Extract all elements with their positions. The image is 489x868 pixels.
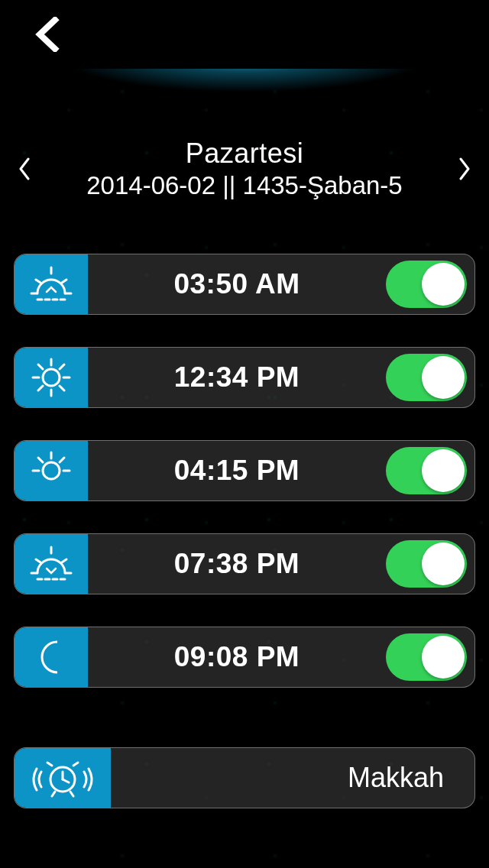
prayer-icon-box bbox=[15, 534, 88, 594]
toggle-knob bbox=[422, 263, 465, 306]
adhan-sound-label: Makkah bbox=[111, 762, 474, 794]
svg-point-6 bbox=[43, 369, 60, 386]
next-day-button[interactable] bbox=[452, 154, 475, 184]
prayer-time: 03:50 AM bbox=[88, 268, 386, 300]
sunrise-icon bbox=[30, 263, 73, 306]
prayer-toggle[interactable] bbox=[386, 633, 467, 681]
toggle-knob bbox=[422, 356, 465, 399]
toggle-knob bbox=[422, 636, 465, 679]
day-of-week: Pazartesi bbox=[86, 138, 402, 170]
prayer-rows: 03:50 AM 12:34 PM bbox=[0, 254, 489, 808]
prayer-icon-box bbox=[15, 254, 88, 314]
svg-line-30 bbox=[52, 792, 55, 796]
adhan-sound-row[interactable]: Makkah bbox=[14, 747, 475, 808]
prayer-toggle[interactable] bbox=[386, 261, 467, 308]
svg-line-18 bbox=[38, 458, 43, 462]
svg-point-15 bbox=[43, 462, 60, 479]
prayer-time: 09:08 PM bbox=[88, 641, 386, 673]
prayer-time: 12:34 PM bbox=[88, 361, 386, 394]
back-button[interactable] bbox=[31, 17, 66, 52]
prayer-row: 12:34 PM bbox=[14, 347, 475, 408]
sunset-icon bbox=[30, 542, 73, 585]
prayer-row: 04:15 PM bbox=[14, 440, 475, 501]
chevron-left-icon bbox=[31, 17, 66, 52]
prayer-icon-box bbox=[15, 441, 88, 500]
prayer-time: 04:15 PM bbox=[88, 455, 386, 487]
svg-line-19 bbox=[60, 458, 64, 462]
chevron-left-icon bbox=[18, 157, 32, 180]
alarm-clock-icon bbox=[32, 756, 93, 799]
prayer-time: 07:38 PM bbox=[88, 548, 386, 580]
adhan-icon-box bbox=[15, 748, 111, 808]
prayer-toggle[interactable] bbox=[386, 354, 467, 401]
prayer-icon-box bbox=[15, 348, 88, 407]
svg-line-31 bbox=[70, 792, 73, 796]
svg-line-12 bbox=[60, 386, 64, 390]
date-header: Pazartesi 2014-06-02 || 1435-Şaban-5 bbox=[0, 138, 489, 200]
date-text: Pazartesi 2014-06-02 || 1435-Şaban-5 bbox=[86, 138, 402, 200]
prayer-row: 07:38 PM bbox=[14, 533, 475, 594]
toggle-knob bbox=[422, 449, 465, 492]
svg-line-29 bbox=[63, 779, 69, 782]
moon-icon bbox=[30, 636, 73, 679]
sun-partial-icon bbox=[30, 449, 73, 492]
svg-line-22 bbox=[36, 559, 40, 562]
sun-icon bbox=[30, 356, 73, 399]
svg-line-14 bbox=[38, 386, 43, 390]
date-line: 2014-06-02 || 1435-Şaban-5 bbox=[86, 171, 402, 200]
prayer-row: 03:50 AM bbox=[14, 254, 475, 315]
svg-line-11 bbox=[38, 364, 43, 369]
chevron-right-icon bbox=[457, 157, 471, 180]
prayer-toggle[interactable] bbox=[386, 540, 467, 588]
nav-bar bbox=[0, 0, 489, 69]
prayer-toggle[interactable] bbox=[386, 447, 467, 494]
svg-line-23 bbox=[62, 559, 66, 562]
prayer-row: 09:08 PM bbox=[14, 627, 475, 688]
svg-line-2 bbox=[62, 280, 66, 283]
prev-day-button[interactable] bbox=[14, 154, 37, 184]
svg-line-13 bbox=[60, 364, 64, 369]
prayer-icon-box bbox=[15, 627, 88, 687]
toggle-knob bbox=[422, 542, 465, 585]
svg-line-1 bbox=[36, 280, 40, 283]
